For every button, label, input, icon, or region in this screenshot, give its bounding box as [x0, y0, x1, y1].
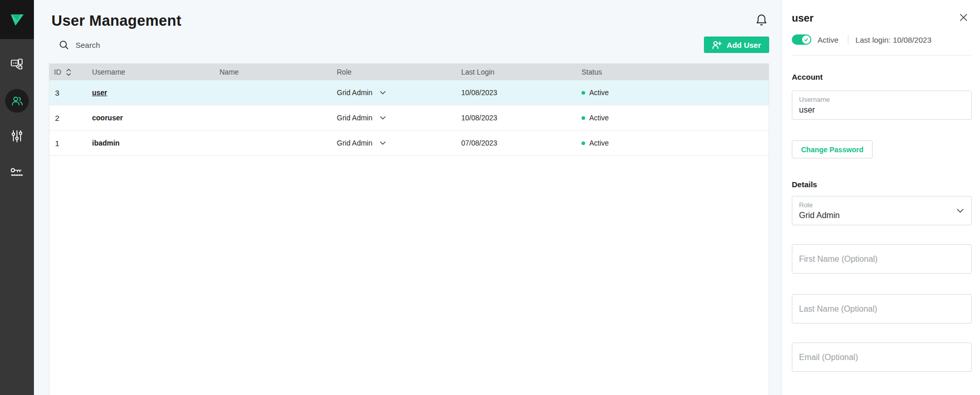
username-link[interactable]: ibadmin — [92, 139, 220, 147]
status-text: Active — [589, 114, 609, 122]
column-header-id: ID — [49, 68, 92, 76]
last-login-text: Last login: 10/08/2023 — [856, 35, 932, 44]
status-text: Active — [589, 88, 609, 97]
column-header-username: Username — [92, 68, 220, 76]
cell-last-login: 10/08/2023 — [461, 88, 582, 97]
first-name-input[interactable] — [799, 255, 951, 264]
sort-control[interactable] — [66, 68, 71, 76]
add-user-button[interactable]: Add User — [704, 37, 769, 53]
cell-last-login: 07/08/2023 — [461, 139, 582, 147]
details-heading: Details — [792, 180, 972, 189]
account-heading: Account — [792, 73, 972, 81]
role-select-label: Role — [799, 201, 965, 210]
sliders-icon — [11, 130, 23, 144]
user-detail-panel: user Active Last login: 10/08/2023 Accou… — [781, 0, 980, 395]
notifications-button[interactable] — [754, 12, 769, 30]
table-row[interactable]: 2 cooruser Grid Admin 10/08/2023 Active — [49, 105, 769, 131]
users-icon — [10, 94, 24, 108]
active-status-label: Active — [818, 35, 839, 44]
sort-arrows-icon — [66, 68, 71, 76]
role-value: Grid Admin — [337, 139, 372, 147]
search-input[interactable] — [75, 40, 198, 50]
person-add-icon — [712, 41, 722, 49]
cell-id: 3 — [49, 88, 92, 97]
grid-nodes-icon — [10, 58, 24, 72]
sidebar-item-users[interactable] — [5, 89, 29, 113]
username-field-label: Username — [799, 95, 965, 104]
app-root: User Management — [0, 0, 980, 395]
email-input[interactable] — [799, 353, 951, 362]
cell-status: Active — [582, 139, 769, 147]
panel-header: user — [792, 12, 972, 24]
users-table: ID Username Name Role Last Login Status … — [49, 63, 769, 395]
username-text: cooruser — [92, 114, 123, 122]
search-icon — [59, 40, 69, 50]
logo-icon — [7, 9, 27, 30]
sidebar-nav — [0, 39, 34, 197]
sidebar-item-settings[interactable] — [5, 125, 29, 149]
cell-id: 2 — [49, 114, 92, 122]
panel-title: user — [792, 12, 813, 24]
add-user-label: Add User — [727, 41, 761, 49]
check-icon — [804, 37, 809, 42]
status-text: Active — [589, 139, 609, 147]
toggle-knob — [802, 35, 810, 44]
table-row[interactable]: 3 user Grid Admin 10/08/2023 Active — [49, 80, 769, 105]
role-select[interactable]: Role Grid Admin — [792, 196, 972, 225]
column-header-id-label: ID — [54, 68, 61, 76]
divider — [848, 35, 848, 44]
role-dropdown[interactable]: Grid Admin — [337, 114, 461, 122]
username-text: ibadmin — [92, 139, 120, 147]
close-icon — [959, 13, 968, 22]
chevron-down-icon — [957, 209, 964, 213]
column-header-status: Status — [582, 68, 769, 76]
active-toggle[interactable] — [792, 34, 811, 45]
last-name-field[interactable] — [792, 294, 972, 324]
first-name-field[interactable] — [792, 244, 972, 274]
column-header-name: Name — [220, 68, 337, 76]
role-value: Grid Admin — [337, 114, 372, 122]
status-dot — [582, 141, 585, 145]
brand-logo — [0, 0, 34, 39]
column-header-role: Role — [337, 68, 461, 76]
sidebar-item-credentials[interactable] — [5, 161, 29, 185]
status-row: Active Last login: 10/08/2023 — [792, 34, 972, 45]
page-title: User Management — [51, 11, 182, 30]
close-panel-button[interactable] — [958, 12, 969, 24]
cell-id: 1 — [49, 139, 92, 148]
change-password-button[interactable]: Change Password — [792, 140, 873, 158]
toolbar: Add User — [49, 34, 769, 55]
last-name-input[interactable] — [799, 304, 951, 314]
email-field[interactable] — [792, 343, 972, 372]
section-divider — [792, 55, 972, 56]
sidebar-item-grid-nodes[interactable] — [5, 53, 29, 77]
cell-status: Active — [582, 88, 769, 97]
status-dot — [582, 91, 585, 95]
main-content: User Management — [34, 0, 781, 395]
status-dot — [582, 116, 585, 120]
role-dropdown[interactable]: Grid Admin — [337, 139, 461, 147]
cell-last-login: 10/08/2023 — [461, 114, 582, 122]
username-link[interactable]: user — [92, 88, 220, 97]
cell-status: Active — [582, 114, 769, 122]
chevron-down-icon — [380, 91, 386, 95]
chevron-down-icon — [380, 116, 386, 120]
table-row[interactable]: 1 ibadmin Grid Admin 07/08/2023 Active — [49, 131, 769, 156]
column-header-last-login: Last Login — [461, 68, 582, 76]
role-value: Grid Admin — [337, 88, 372, 97]
bell-icon — [755, 13, 768, 28]
username-text: user — [92, 88, 107, 97]
username-input[interactable] — [799, 104, 965, 115]
main-header: User Management — [49, 11, 769, 30]
chevron-down-icon — [380, 141, 386, 145]
role-dropdown[interactable]: Grid Admin — [337, 88, 461, 97]
search-box — [59, 40, 198, 50]
table-header-row: ID Username Name Role Last Login Status — [49, 64, 769, 80]
role-select-value: Grid Admin — [799, 210, 965, 221]
username-field[interactable]: Username — [792, 91, 972, 120]
sidebar — [0, 0, 34, 395]
username-link[interactable]: cooruser — [92, 114, 220, 122]
key-icon — [10, 167, 24, 179]
